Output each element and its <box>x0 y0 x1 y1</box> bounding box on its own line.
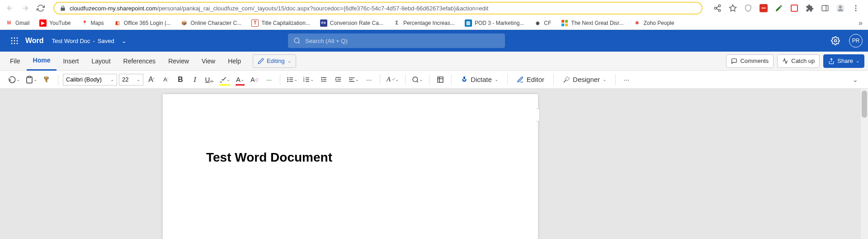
find-button[interactable]: ⌄ <box>410 73 425 86</box>
tab-help[interactable]: Help <box>222 52 247 71</box>
bold-button[interactable]: B <box>174 73 187 86</box>
svg-rect-44 <box>335 77 341 77</box>
more-paragraph-button[interactable]: ··· <box>363 73 375 86</box>
bookmark-percentage[interactable]: ΣPercentage Increas... <box>393 19 455 27</box>
decrease-indent-button[interactable] <box>317 73 330 86</box>
bookmark-nextgreat[interactable]: The Next Great Disr... <box>561 19 623 27</box>
app-name[interactable]: Word <box>25 37 44 45</box>
tab-file[interactable]: File <box>4 52 27 71</box>
menu-icon[interactable] <box>851 3 861 13</box>
sidepanel-icon[interactable] <box>820 3 830 13</box>
tab-review[interactable]: Review <box>162 52 195 71</box>
font-size-select[interactable]: 22⌄ <box>119 74 143 86</box>
designer-button[interactable]: Designer⌄ <box>558 73 611 86</box>
tab-references[interactable]: References <box>117 52 162 71</box>
extensions-icon[interactable] <box>805 3 815 13</box>
ribbon-tabs: File Home Insert Layout References Revie… <box>0 52 868 71</box>
star-icon[interactable] <box>728 3 738 13</box>
highlight-button[interactable]: ⌄ <box>217 73 232 86</box>
increase-indent-button[interactable] <box>332 73 344 86</box>
editor-button[interactable]: Editor <box>512 73 549 86</box>
editing-mode-button[interactable]: Editing ⌄ <box>253 54 296 68</box>
clear-formatting-button[interactable]: A◇ <box>248 73 261 86</box>
bookmark-charactercount[interactable]: 📦Online Character C... <box>180 19 241 27</box>
bookmarks-overflow[interactable]: » <box>859 19 863 27</box>
ext-red-icon[interactable]: ••• <box>759 3 769 13</box>
bullets-button[interactable]: ⌄ <box>285 73 299 86</box>
paste-button[interactable]: ⌄ <box>24 73 39 86</box>
share-page-icon[interactable] <box>712 3 722 13</box>
bookmark-zoho[interactable]: ✱Zoho People <box>633 19 674 27</box>
tab-insert[interactable]: Insert <box>57 52 85 71</box>
editor-icon <box>517 76 524 83</box>
grow-font-button[interactable]: Aˆ <box>145 73 158 86</box>
collapse-ribbon-button[interactable]: ⌄ <box>849 73 862 86</box>
svg-rect-14 <box>565 24 568 26</box>
numbering-button[interactable]: 123⌄ <box>301 73 316 86</box>
document-page[interactable]: Test Word Document <box>163 94 538 239</box>
wand-icon <box>563 76 570 83</box>
font-color-button[interactable]: A⌄ <box>234 73 246 86</box>
underline-button[interactable]: U⌄ <box>203 73 216 86</box>
catchup-button[interactable]: Catch up <box>777 54 820 68</box>
shrink-font-button[interactable]: Aˇ <box>160 73 172 86</box>
editor-label: Editor <box>527 76 544 83</box>
document-heading[interactable]: Test Word Document <box>206 150 332 165</box>
bookmark-conversion[interactable]: FXConversion Rate Ca... <box>320 19 383 27</box>
title-separator: - <box>93 38 95 44</box>
bookmark-label: Percentage Increas... <box>403 20 455 26</box>
designer-label: Designer <box>573 76 600 83</box>
doc-title-group[interactable]: Test Word Doc - Saved ⌄ <box>52 38 127 44</box>
word-titlebar: Word Test Word Doc - Saved ⌄ Search (Alt… <box>0 30 868 52</box>
format-painter-button[interactable] <box>41 73 53 86</box>
more-commands-button[interactable]: ··· <box>620 73 633 86</box>
cf-icon: ◉ <box>534 19 541 27</box>
share-button[interactable]: Share ⌄ <box>823 54 864 68</box>
italic-button[interactable]: I <box>189 73 201 86</box>
forward-button[interactable] <box>19 2 32 14</box>
tab-view[interactable]: View <box>195 52 222 71</box>
save-status: Saved <box>98 38 114 44</box>
tab-home[interactable]: Home <box>27 52 57 71</box>
bookmark-pod3[interactable]: ▥POD 3 - Marketing... <box>465 19 524 27</box>
app-launcher[interactable] <box>5 32 24 50</box>
more-font-button[interactable]: ··· <box>263 73 275 86</box>
vertical-scrollbar[interactable] <box>861 89 868 239</box>
share-icon <box>828 58 835 64</box>
bookmark-maps[interactable]: 📍Maps <box>81 19 104 27</box>
reload-button[interactable] <box>34 2 47 14</box>
dictate-button[interactable]: Dictate⌄ <box>456 73 503 86</box>
bookmark-youtube[interactable]: ▶YouTube <box>39 19 71 27</box>
ext-pen-icon[interactable] <box>774 3 784 13</box>
ext-box-icon[interactable] <box>789 3 799 13</box>
svg-rect-45 <box>338 79 341 79</box>
extension-area: ••• <box>709 3 864 13</box>
bookmark-label: Title Capitalization... <box>261 20 310 26</box>
avatar[interactable]: PR <box>849 34 863 48</box>
scrollbar-thumb[interactable] <box>862 91 867 118</box>
comments-label: Comments <box>740 57 769 64</box>
align-button[interactable]: ⌄ <box>346 73 361 86</box>
svg-rect-13 <box>561 24 564 26</box>
table-button[interactable] <box>434 73 447 86</box>
comments-button[interactable]: Comments <box>726 54 774 68</box>
svg-point-28 <box>287 77 288 78</box>
office-icon: ◧ <box>114 19 121 27</box>
bookmark-titlecap[interactable]: TTitle Capitalization... <box>251 19 310 27</box>
tab-layout[interactable]: Layout <box>85 52 117 71</box>
bookmark-cf[interactable]: ◉CF <box>534 19 551 27</box>
undo-button[interactable]: ⌄ <box>6 73 22 86</box>
bookmark-gmail[interactable]: MGmail <box>5 19 29 27</box>
page-tab-handle[interactable] <box>536 109 540 121</box>
back-button[interactable] <box>4 2 16 14</box>
shield-icon[interactable] <box>743 3 753 13</box>
settings-icon[interactable] <box>828 33 843 48</box>
bookmark-label: CF <box>544 20 551 26</box>
font-name-select[interactable]: Calibri (Body)⌄ <box>63 74 117 86</box>
profile-icon[interactable] <box>835 3 845 13</box>
address-bar[interactable]: cloudfuzecom-my.sharepoint.com/personal/… <box>53 2 703 14</box>
lock-icon <box>60 5 66 11</box>
styles-button[interactable]: A⌄ <box>385 73 401 86</box>
search-box[interactable]: Search (Alt + Q) <box>288 33 505 48</box>
bookmark-office365[interactable]: ◧Office 365 Login |... <box>114 19 171 27</box>
